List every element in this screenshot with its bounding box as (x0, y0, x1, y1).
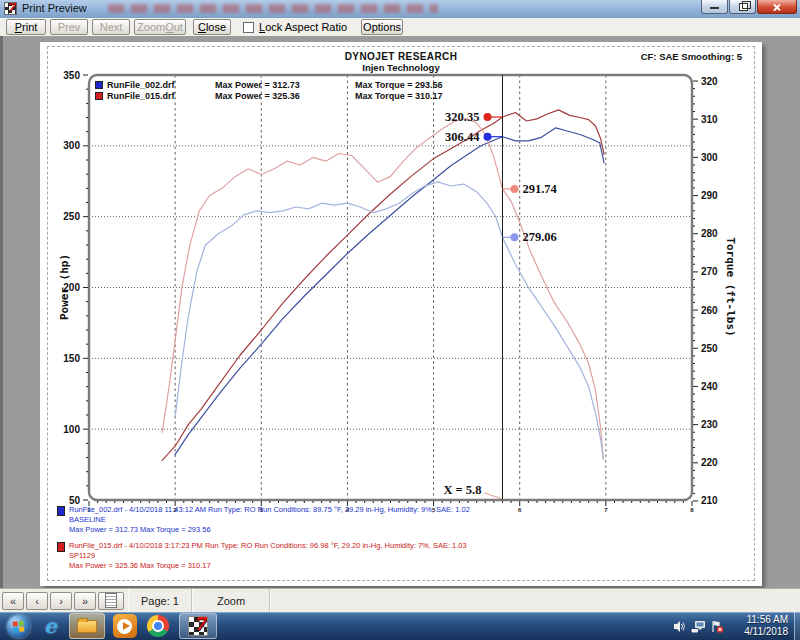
series-runfile_015-power (162, 110, 604, 460)
first-page-button[interactable]: « (2, 592, 24, 610)
power-tick-label: 350 (63, 70, 80, 81)
page-number-cell: Page: 1 (128, 589, 192, 612)
play-icon (123, 622, 130, 630)
network-icon[interactable] (691, 620, 706, 633)
torque-tick-label: 310 (701, 114, 718, 125)
winpep-icon: 7 (188, 616, 208, 636)
lock-aspect-ratio-group: Lock Aspect Ratio (243, 21, 347, 33)
minimize-button[interactable] (701, 0, 728, 14)
close-window-button[interactable] (757, 0, 797, 14)
run-max-values: Max Power = 325.36 Max Torque = 310.17 (69, 561, 467, 571)
run-conditions-line: RunFile_015.drf - 4/10/2018 3:17:23 PM R… (69, 541, 467, 551)
torque-tick-label: 300 (701, 152, 718, 163)
series-runfile_015-torque (162, 119, 603, 460)
readout-dot (483, 113, 491, 121)
report-page: DYNOJET RESEARCH Injen Technology CF: SA… (40, 42, 762, 586)
cursor-label-leader (484, 493, 502, 499)
previous-page-nav-button[interactable]: ‹ (26, 592, 48, 610)
run-info-sp1129: RunFile_015.drf - 4/10/2018 3:17:23 PM R… (57, 541, 470, 571)
legend-max-torque: Max Torque = 310.17 (355, 91, 443, 101)
document-icon (105, 593, 117, 608)
legend-file-name: RunFile_002.drf (107, 80, 215, 90)
next-page-nav-button[interactable]: › (50, 592, 72, 610)
legend-swatch-red (95, 92, 103, 100)
legend-swatch-blue (95, 81, 103, 89)
system-tray: 11:56 AM 4/11/2018 (668, 612, 800, 640)
restore-button[interactable] (729, 0, 756, 14)
volume-icon[interactable] (673, 620, 686, 633)
print-button[interactable]: Print (6, 19, 46, 35)
run-label: SP1129 (69, 551, 467, 561)
winpep-seven-glyph: 7 (7, 2, 15, 14)
torque-axis-title: Torque (ft-lbs) (724, 237, 737, 336)
readout-dot (510, 185, 518, 193)
page-layout-button[interactable] (98, 592, 124, 610)
run-info-block: RunFile_002.drf - 4/10/2018 11:43:12 AM … (57, 505, 470, 577)
run-info-baseline: RunFile_002.drf - 4/10/2018 11:43:12 AM … (57, 505, 470, 535)
x-tick-label: 6 (518, 507, 522, 513)
chrome-icon[interactable] (147, 615, 169, 637)
run-label: BASELINE (69, 515, 470, 525)
torque-tick-label: 220 (701, 457, 718, 468)
power-tick-label: 100 (63, 424, 80, 435)
taskbar-button-explorer[interactable] (69, 613, 105, 639)
prev-page-button: Prev (50, 19, 88, 35)
internet-explorer-icon[interactable]: e (44, 614, 57, 638)
series-runfile_002-torque (175, 182, 603, 459)
legend-row-runfile-015: RunFile_015.drf Max Power = 325.36 Max T… (95, 90, 443, 101)
window-title-path-text (108, 4, 438, 13)
torque-tick-label: 240 (701, 381, 718, 392)
legend-max-torque: Max Torque = 293.56 (355, 80, 443, 90)
folder-icon (77, 620, 97, 633)
run-max-values: Max Power = 312.73 Max Torque = 293.56 (69, 525, 470, 535)
chart-legend: RunFile_002.drf Max Power = 312.73 Max T… (95, 79, 443, 101)
taskbar-button-winpep[interactable]: 7 (179, 613, 217, 639)
zoom-out-button: Zoom Out (134, 19, 186, 35)
readout-dot (483, 133, 491, 141)
power-tick-label: 150 (63, 353, 80, 364)
show-desktop-button[interactable] (794, 612, 800, 640)
torque-tick-label: 260 (701, 305, 718, 316)
torque-tick-label: 210 (701, 495, 718, 506)
x-tick-label: 8 (690, 507, 694, 513)
torque-tick-label: 290 (701, 190, 718, 201)
clock-time: 11:56 AM (732, 614, 788, 626)
legend-row-runfile-002: RunFile_002.drf Max Power = 312.73 Max T… (95, 79, 443, 90)
zoom-cell: Zoom (192, 589, 270, 612)
preview-toolbar: Print Prev Next Zoom Out Close Lock Aspe… (0, 18, 800, 37)
clock-date: 4/11/2018 (732, 626, 788, 638)
run-color-swatch-blue (57, 506, 65, 516)
readout-value: 279.06 (522, 230, 556, 244)
restore-icon (739, 3, 748, 11)
start-button[interactable] (7, 615, 30, 638)
app-icon-winpep: 7 (4, 2, 17, 15)
window-controls (700, 0, 797, 14)
torque-tick-label: 250 (701, 343, 718, 354)
legend-max-power: Max Power = 325.36 (215, 91, 355, 101)
readout-value: 320.35 (445, 110, 479, 124)
action-center-flag-icon[interactable] (711, 620, 724, 633)
lock-aspect-ratio-label: Lock Aspect Ratio (259, 21, 347, 33)
media-player-icon[interactable] (113, 614, 137, 638)
x-tick-label: 7 (604, 507, 608, 513)
cursor-x-label: X = 5.8 (443, 483, 481, 497)
next-page-button: Next (92, 19, 130, 35)
options-button[interactable]: Options (361, 19, 403, 35)
legend-file-name: RunFile_015.drf (107, 91, 215, 101)
preview-area: DYNOJET RESEARCH Injen Technology CF: SA… (0, 36, 800, 588)
run-color-swatch-red (57, 542, 65, 552)
power-tick-label: 250 (63, 211, 80, 222)
taskbar-clock[interactable]: 11:56 AM 4/11/2018 (732, 614, 788, 638)
readout-value: 291.74 (522, 182, 557, 196)
readout-value: 306.44 (445, 130, 480, 144)
close-preview-button[interactable]: Close (193, 19, 231, 35)
torque-tick-label: 270 (701, 266, 718, 277)
print-preview-window: 7 Print Preview Print Prev Next Zoom Out… (0, 0, 800, 640)
torque-tick-label: 320 (701, 76, 718, 87)
last-page-button[interactable]: » (74, 592, 96, 610)
legend-max-power: Max Power = 312.73 (215, 80, 355, 90)
lock-aspect-ratio-checkbox[interactable] (243, 22, 254, 33)
windows-logo-icon (13, 620, 25, 632)
torque-tick-label: 280 (701, 228, 718, 239)
torque-tick-label: 230 (701, 419, 718, 430)
